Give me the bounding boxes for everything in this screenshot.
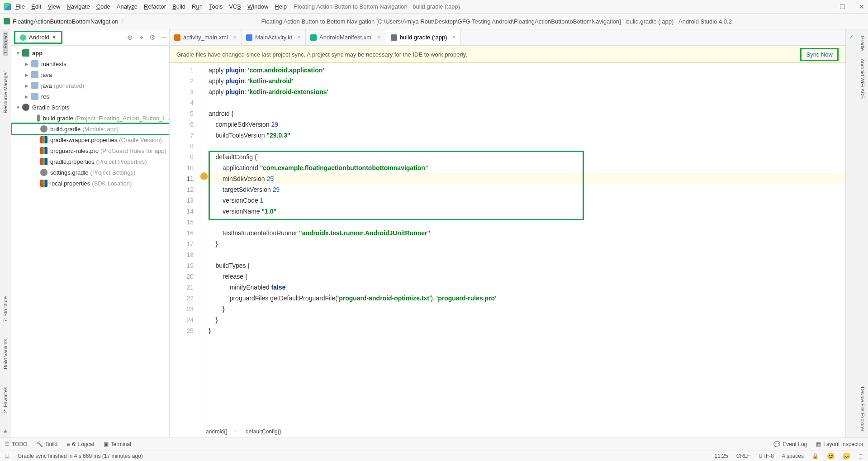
bottom-event-log[interactable]: 💬Event Log: [773, 441, 807, 447]
menu-file[interactable]: File: [15, 3, 25, 10]
rail-build-variants[interactable]: Build Variants: [3, 337, 8, 371]
tree-java[interactable]: ▶java: [11, 69, 169, 80]
hide-icon[interactable]: ─: [161, 33, 166, 42]
fold-gutter[interactable]: [200, 63, 207, 425]
left-tool-rail: 1: Project Resource Manager 7: Structure…: [0, 29, 11, 437]
project-icon: [4, 18, 10, 24]
tab-build-gradle[interactable]: build.gradle (:app)✕: [386, 29, 461, 45]
banner-message: Gradle files have changed since last pro…: [176, 51, 467, 58]
memory-icon[interactable]: ⬚: [859, 453, 863, 459]
chevron-right-icon: 〉: [234, 428, 239, 435]
menu-code[interactable]: Code: [96, 3, 110, 10]
rail-device-explorer[interactable]: Device File Explorer: [860, 385, 865, 433]
tree-local-properties[interactable]: local.properties(SDK Location): [11, 178, 169, 189]
close-icon[interactable]: ✕: [452, 34, 456, 40]
sync-banner: Gradle files have changed since last pro…: [170, 46, 845, 63]
menu-tools[interactable]: Tools: [209, 3, 223, 10]
menu-navigate[interactable]: Navigate: [66, 3, 90, 10]
crumb-android[interactable]: android{}: [206, 428, 228, 435]
rail-structure[interactable]: 7: Structure: [3, 295, 8, 324]
tree-gradle-wrapper[interactable]: gradle-wrapper.properties(Gradle Version…: [11, 134, 169, 145]
bottom-build[interactable]: 🔨Build: [36, 441, 57, 447]
tree-gradle-properties[interactable]: gradle.properties(Project Properties): [11, 156, 169, 167]
close-icon[interactable]: ✕: [232, 34, 237, 40]
close-icon[interactable]: ✕: [297, 34, 301, 40]
tree-settings-gradle[interactable]: settings.gradle(Project Settings): [11, 167, 169, 178]
close-icon[interactable]: ✕: [377, 34, 381, 40]
navigation-bar: FloatingActionButtontoBottomNavigation 〉…: [0, 14, 868, 29]
tree-build-gradle-project[interactable]: build.gradle(Project: Floating_Action_Bu…: [11, 113, 169, 124]
collapse-icon[interactable]: ÷: [139, 33, 143, 42]
project-tree[interactable]: ▼app ▶manifests ▶java ▶java(generated) ▶…: [11, 46, 169, 437]
bottom-todo[interactable]: ☰TODO: [5, 441, 27, 447]
bottom-tool-bar: ☰TODO 🔨Build ≡6: Logcat ▣Terminal 💬Event…: [0, 437, 868, 450]
status-line-separator[interactable]: CRLF: [736, 453, 750, 459]
tree-res[interactable]: ▶res: [11, 91, 169, 102]
project-view-dropdown[interactable]: Android ▼: [14, 31, 62, 44]
maximize-icon[interactable]: ☐: [840, 3, 845, 10]
editor-breadcrumbs[interactable]: android{} 〉 defaultConfig{}: [170, 425, 845, 437]
tree-build-gradle-module[interactable]: build.gradle(Module: app): [11, 124, 169, 134]
status-encoding[interactable]: UTF-8: [759, 453, 774, 459]
rail-wifi-adb[interactable]: Android WiFi ADB: [860, 57, 865, 100]
dropdown-label: Android: [29, 34, 49, 41]
tree-java-generated[interactable]: ▶java(generated): [11, 80, 169, 91]
crumb-defaultconfig[interactable]: defaultConfig{}: [246, 428, 281, 435]
android-icon: [20, 34, 26, 41]
code-content[interactable]: apply plugin: 'com.android.application' …: [207, 63, 845, 425]
bottom-logcat[interactable]: ≡6: Logcat: [66, 441, 94, 447]
menu-help[interactable]: Help: [275, 3, 287, 10]
tab-main-activity[interactable]: MainActivity.kt✕: [242, 29, 306, 45]
rail-favorites[interactable]: 2: Favorites: [3, 385, 8, 414]
menu-vcs[interactable]: VCS: [229, 3, 241, 10]
nav-title: Floating Action Button to Bottom Navigat…: [129, 18, 863, 25]
rail-gradle[interactable]: Gradle: [860, 34, 865, 52]
status-position[interactable]: 11:25: [715, 453, 728, 459]
menu-build[interactable]: Build: [172, 3, 185, 10]
happy-icon[interactable]: 😊: [827, 452, 835, 460]
tab-activity-main[interactable]: activity_main.xml✕: [170, 29, 242, 45]
tree-gradle-scripts[interactable]: ▼Gradle Scripts: [11, 102, 169, 113]
menu-bar: File Edit View Navigate Code Analyze Ref…: [0, 0, 868, 14]
chevron-right-icon: 〉: [121, 17, 127, 25]
menu-edit[interactable]: Edit: [31, 3, 41, 10]
tree-app[interactable]: ▼app: [11, 48, 169, 58]
status-message: Gradle sync finished in 4 s 669 ms (17 m…: [18, 453, 143, 459]
rail-resource-manager[interactable]: Resource Manager: [3, 69, 8, 115]
breadcrumb[interactable]: FloatingActionButtontoBottomNavigation 〉: [0, 17, 129, 25]
tree-manifests[interactable]: ▶manifests: [11, 58, 169, 69]
close-icon[interactable]: ✕: [859, 3, 864, 10]
menu-window[interactable]: Window: [247, 3, 268, 10]
lock-icon[interactable]: 🔒: [812, 453, 819, 459]
tab-android-manifest[interactable]: AndroidManifest.xml✕: [306, 29, 386, 45]
sync-now-button[interactable]: Sync Now: [800, 48, 839, 61]
code-editor[interactable]: 1234567891011121314151617181920212223242…: [170, 63, 845, 425]
editor-area: activity_main.xml✕ MainActivity.kt✕ Andr…: [170, 29, 845, 437]
sad-icon[interactable]: 😞: [843, 452, 850, 460]
menu-refactor[interactable]: Refactor: [144, 3, 166, 10]
settings-icon[interactable]: ⚙: [149, 33, 155, 42]
status-indent[interactable]: 4 spaces: [782, 453, 804, 459]
target-icon[interactable]: ⊕: [127, 33, 133, 42]
editor-tabs: activity_main.xml✕ MainActivity.kt✕ Andr…: [170, 29, 845, 46]
menu-run[interactable]: Run: [192, 3, 203, 10]
right-tool-rail-1: ✓: [845, 29, 857, 437]
intention-bulb-icon[interactable]: [200, 172, 208, 180]
breadcrumb-project: FloatingActionButtontoBottomNavigation: [13, 18, 118, 25]
tree-proguard[interactable]: proguard-rules.pro(ProGuard Rules for ap…: [11, 145, 169, 156]
status-bar: ☐ Gradle sync finished in 4 s 669 ms (17…: [0, 450, 868, 461]
right-tool-rail-2: Gradle Android WiFi ADB Device File Expl…: [857, 29, 868, 437]
bottom-layout-inspector[interactable]: ▦Layout Inspector: [816, 441, 863, 447]
minimize-icon[interactable]: ─: [821, 3, 826, 10]
android-studio-logo: [4, 3, 11, 10]
menu-analyze[interactable]: Analyze: [117, 3, 138, 10]
window-title: Floating Action Button to Bottom Navigat…: [294, 3, 460, 10]
bottom-terminal[interactable]: ▣Terminal: [104, 441, 131, 447]
line-gutter: 1234567891011121314151617181920212223242…: [170, 63, 200, 425]
project-pane: Android ▼ ⊕ ÷ ⚙ ─ ▼app ▶manifests ▶java …: [11, 29, 170, 437]
chevron-down-icon: ▼: [52, 35, 57, 40]
rail-project[interactable]: 1: Project: [3, 31, 8, 56]
menu-view[interactable]: View: [47, 3, 60, 10]
